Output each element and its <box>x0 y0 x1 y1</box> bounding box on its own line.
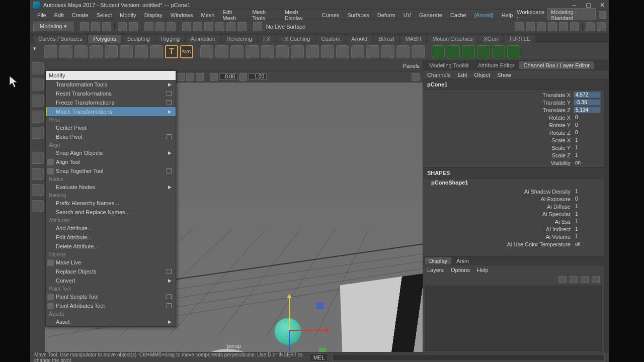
menu-item-evaluate-nodes[interactable]: Evaluate Nodes▶ <box>46 183 176 192</box>
poly-torus-icon[interactable] <box>120 45 133 58</box>
panels-label[interactable]: Panels <box>403 63 420 69</box>
menu-item-snap-together-tool[interactable]: Snap Together Tool <box>46 166 176 175</box>
layout-four[interactable] <box>32 168 44 180</box>
command-line-input[interactable] <box>332 354 605 361</box>
workspace-settings-icon[interactable] <box>599 11 606 19</box>
layout-outliner[interactable] <box>32 184 44 196</box>
plane-xy-icon[interactable] <box>319 348 326 352</box>
menu-modify[interactable]: Modify <box>116 12 140 18</box>
poly-cube-icon[interactable] <box>59 45 72 58</box>
snap-live-icon[interactable] <box>237 22 247 31</box>
layer-list[interactable] <box>425 286 602 351</box>
attr-value-ai-diffuse[interactable]: 1 <box>574 204 601 209</box>
bridge-icon[interactable] <box>336 45 349 58</box>
shelf-tab-curves-surfaces[interactable]: Curves / Surfaces <box>33 35 87 43</box>
shelf-tab-rendering[interactable]: Rendering <box>221 35 257 43</box>
axis-z-icon[interactable] <box>289 330 290 352</box>
option-box-icon[interactable] <box>167 134 172 139</box>
menu-help[interactable]: Help <box>498 12 517 18</box>
lasso-tool-icon[interactable] <box>155 22 165 31</box>
menu-deform[interactable]: Deform <box>373 12 399 18</box>
plane-xz-icon[interactable] <box>316 302 324 309</box>
vp-expose-icon[interactable] <box>210 73 218 81</box>
vp-joint-xray-icon[interactable] <box>196 73 204 81</box>
scale-tool[interactable] <box>32 127 44 139</box>
menu-item-edit-attribute[interactable]: Edit Attribute... <box>46 233 176 242</box>
target-weld-icon[interactable] <box>381 45 394 58</box>
snap-grid-icon[interactable] <box>182 22 191 31</box>
attr-value-scale-y[interactable]: 1 <box>574 145 601 150</box>
panel-tab-modeling-toolkit[interactable]: Modeling Toolkit <box>425 61 473 69</box>
layout-single[interactable] <box>32 152 44 164</box>
snap-point-icon[interactable] <box>204 22 213 31</box>
menu-item-align-tool[interactable]: Align Tool <box>46 157 176 166</box>
menu-item-snap-align-objects[interactable]: Snap Align Objects▶ <box>46 148 176 157</box>
shelf-tab-arnold[interactable]: Arnold <box>346 35 372 43</box>
attr-value-translate-z[interactable]: 5.134 <box>574 107 601 113</box>
menu-mesh-tools[interactable]: Mesh Tools <box>248 9 281 21</box>
menu-item-delete-attribute[interactable]: Delete Attribute... <box>46 242 176 251</box>
sculpt-pinch-icon[interactable] <box>492 45 505 58</box>
shape-name[interactable]: pConeShape1 <box>423 178 604 187</box>
shelf-tab-xgen[interactable]: XGen <box>478 35 503 43</box>
option-box-icon[interactable] <box>167 91 172 96</box>
menu-item-paint-attributes-tool[interactable]: Paint Attributes Tool <box>46 301 176 310</box>
extrude-icon[interactable] <box>321 45 334 58</box>
menu-item-match-transformations[interactable]: Match Transformations▶ <box>46 107 176 116</box>
menu-edit-mesh[interactable]: Edit Mesh <box>218 9 248 21</box>
new-scene-icon[interactable] <box>80 22 89 31</box>
menu-item-paint-scripts-tool[interactable]: Paint Scripts Tool <box>46 292 176 301</box>
attr-value-ai-specular[interactable]: 1 <box>574 211 601 217</box>
vp-xray-icon[interactable] <box>186 73 194 81</box>
rotate-tool[interactable] <box>32 111 44 123</box>
menu-item-reset-transformations[interactable]: Reset Transformations <box>46 89 176 98</box>
snap-center-icon[interactable] <box>215 22 224 31</box>
multicut-icon[interactable] <box>366 45 379 58</box>
render-settings-icon[interactable] <box>537 22 546 31</box>
menu-arnold[interactable]: [Arnold] <box>470 12 498 18</box>
menu-item-center-pivot[interactable]: Center Pivot <box>46 123 176 132</box>
vp-gamma-icon[interactable] <box>239 73 247 81</box>
menu-create[interactable]: Create <box>68 12 93 18</box>
vp-isolate-icon[interactable] <box>177 73 185 81</box>
poly-svg-icon[interactable]: SVG <box>180 45 193 58</box>
attr-value-ai-sss[interactable]: 1 <box>574 219 601 224</box>
minimize-button[interactable]: – <box>571 2 578 9</box>
layer-menu-options[interactable]: Options <box>451 267 470 273</box>
option-box-icon[interactable] <box>167 269 172 274</box>
poly-type-icon[interactable]: T <box>165 45 178 58</box>
sculpt-flatten-icon[interactable] <box>507 45 520 58</box>
shelf-tab-fx[interactable]: FX <box>258 35 275 43</box>
cb-menu-edit[interactable]: Edit <box>457 72 467 78</box>
separate-icon[interactable] <box>306 45 319 58</box>
undo-icon[interactable] <box>118 22 127 31</box>
module-selector[interactable]: Modeling ▾ <box>33 22 73 31</box>
menu-select[interactable]: Select <box>93 12 116 18</box>
menu-uv[interactable]: UV <box>399 12 415 18</box>
attr-value-ai-exposure[interactable]: 0 <box>574 196 601 202</box>
attr-value-rotate-y[interactable]: 0 <box>574 122 601 128</box>
maximize-button[interactable]: ▢ <box>585 2 592 9</box>
mel-label[interactable]: MEL <box>310 353 329 361</box>
menu-item-bake-pivot[interactable]: Bake Pivot <box>46 132 176 141</box>
shelf-tab-mash[interactable]: MASH <box>400 35 426 43</box>
menu-mesh[interactable]: Mesh <box>197 12 218 18</box>
layer-new-empty-icon[interactable] <box>581 276 589 283</box>
paint-select-icon[interactable] <box>167 22 176 31</box>
mirror-icon[interactable] <box>412 45 425 58</box>
snap-view-icon[interactable] <box>226 22 235 31</box>
select-tool[interactable] <box>32 62 44 74</box>
render-view-icon[interactable] <box>570 22 579 31</box>
poly-pyramid-icon[interactable] <box>135 45 148 58</box>
menu-mesh-display[interactable]: Mesh Display <box>281 9 318 21</box>
snap-curve-icon[interactable] <box>193 22 202 31</box>
attr-value-rotate-z[interactable]: 0 <box>574 130 601 135</box>
shelf-tab-animation[interactable]: Animation <box>186 35 220 43</box>
layer-menu-help[interactable]: Help <box>477 267 489 273</box>
poly-plane-icon[interactable] <box>105 45 118 58</box>
move-tool[interactable] <box>32 95 44 107</box>
menu-curves[interactable]: Curves <box>317 12 343 18</box>
shelf-tab-polygons[interactable]: Polygons <box>88 35 121 43</box>
option-box-icon[interactable] <box>167 303 172 308</box>
smooth-icon[interactable] <box>396 45 410 58</box>
